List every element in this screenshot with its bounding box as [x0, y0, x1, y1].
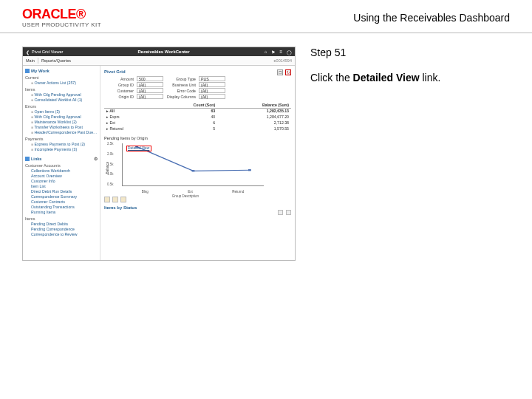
table-row[interactable]: ▸ Exprs401,284,677.20	[104, 114, 291, 120]
filter-value[interactable]: (All)	[137, 88, 163, 93]
sidebar-link-item[interactable]: Correspondence to Review	[31, 232, 98, 236]
filter-value[interactable]: (All)	[137, 94, 163, 99]
instruction-bold: Detailed View	[353, 72, 420, 83]
sidebar-link-item[interactable]: Customer Info	[31, 179, 98, 183]
sidebar-links-header[interactable]: Links ⚙	[25, 156, 98, 161]
sidebar-item[interactable]: Owner Actions List (257)	[31, 81, 98, 85]
app-screenshot: ❮ Pivot Grid Viewer Receivables WorkCent…	[22, 47, 296, 261]
chart-yaxis: 2.5k2.0k1.5k1.0k0.5k	[107, 142, 114, 186]
oracle-logo: ORACLE® USER PRODUCTIVITY KIT	[22, 7, 101, 28]
sidebar-link-item[interactable]: Direct Debit Run Details	[31, 189, 98, 194]
links-icon	[25, 157, 30, 161]
topic-title: Using the Receivables Dashboard	[353, 12, 510, 24]
filter-value[interactable]: PUS	[199, 76, 225, 81]
col-count: Count (Son)	[155, 102, 218, 108]
panel-title: Pivot Grid	[104, 69, 126, 74]
chart-area: Balance 2.5k2.0k1.5k1.0k0.5k BlngExtRetu…	[104, 142, 267, 194]
sidebar-link-group-label: Customer Accounts	[25, 163, 98, 168]
user-id: e0014594	[274, 58, 292, 63]
chart-xtick: Blng	[142, 190, 149, 194]
flag-icon[interactable]: ⚑	[271, 50, 275, 55]
status-gear-icon[interactable]	[278, 210, 283, 215]
sidebar-link-item[interactable]: Running Items	[31, 210, 98, 214]
col-balance: Balance (Sum)	[217, 102, 291, 108]
sidebar-link-item[interactable]: Customer Contracts	[31, 200, 98, 204]
filter-label: Business Unit	[166, 83, 196, 87]
sidebar-item[interactable]: With Ctlg Pending Approval	[31, 115, 98, 119]
sidebar-link-groups: Customer AccountsCollections WorkbenchAc…	[25, 163, 98, 236]
sidebar-item[interactable]: Header/Correspondence Past Due (1)	[31, 130, 98, 134]
screenshot-column: ❮ Pivot Grid Viewer Receivables WorkCent…	[0, 33, 296, 261]
sidebar-item[interactable]: Transfer Worksheets to Post	[31, 125, 98, 129]
refresh-icon[interactable]: ↻	[285, 69, 291, 75]
sidebar-link-item[interactable]: Pending Correspondence	[31, 227, 98, 231]
chart-ytick: 2.5k	[107, 142, 114, 146]
chart-xtick: Ext	[188, 190, 193, 194]
sidebar-group-label: Errors	[25, 104, 98, 109]
filter-grid: Amount500Group TypePUSGroup ID(All)Busin…	[104, 76, 291, 99]
sidebar-item[interactable]: Express Payments to Post (2)	[31, 142, 98, 146]
sidebar-item[interactable]: Open Items (3)	[31, 109, 98, 114]
logo-reg-mark: ®	[76, 7, 86, 21]
tab-reports[interactable]: Reports/Queries	[41, 58, 71, 63]
filter-value[interactable]: (All)	[199, 94, 225, 99]
filter-label: Display Columns	[166, 95, 196, 99]
titlebar-left-label: Pivot Grid Viewer	[32, 50, 63, 54]
filter-value[interactable]: 500	[137, 76, 163, 81]
sidebar-link-item[interactable]: Pending Direct Debits	[31, 222, 98, 226]
chart-ytick: 0.5k	[107, 183, 114, 186]
avatar-icon[interactable]: ◯	[287, 50, 292, 55]
detailed-view-link[interactable]: Detailed View	[128, 146, 149, 150]
upk-header: ORACLE® USER PRODUCTIVITY KIT Using the …	[0, 0, 532, 33]
sidebar-item[interactable]: Incomplete Payments (3)	[31, 147, 98, 151]
tab-main[interactable]: Main	[26, 58, 35, 63]
sidebar-link-item[interactable]: Item List	[31, 184, 98, 188]
filter-value[interactable]: (All)	[199, 88, 225, 93]
summary-table: Count (Son)Balance (Sum) ▸ All631,282,63…	[104, 102, 291, 132]
table-row[interactable]: ▸ All631,282,635.13	[104, 108, 291, 114]
sidebar-item[interactable]: With Ctlg Pending Approval	[31, 92, 98, 97]
filter-value[interactable]: (All)	[137, 82, 163, 87]
popout-icon[interactable]: ☐	[277, 69, 283, 75]
sidebar-link-item[interactable]: Outstanding Transactions	[31, 205, 98, 209]
sidebar-link-item[interactable]: Collections Workbench	[31, 168, 98, 173]
sidebar-link-item[interactable]: Account Overview	[31, 174, 98, 178]
sidebar-group-label: Payments	[25, 137, 98, 141]
logo-subtitle: USER PRODUCTIVITY KIT	[22, 22, 101, 28]
filter-label: Amount	[104, 77, 134, 81]
svg-rect-2	[248, 169, 251, 171]
chart-xlabel-title: Group Description	[104, 194, 267, 198]
sidebar-group-label: Current	[25, 75, 98, 80]
mywork-icon	[25, 69, 30, 73]
home-icon[interactable]: ⌂	[265, 50, 267, 55]
table-row[interactable]: ▸ Ext62,712.38	[104, 120, 291, 126]
sidebar-groups: CurrentOwner Actions List (257)ItemsWith…	[25, 75, 98, 151]
chart-ytick: 1.0k	[107, 172, 114, 176]
sidebar-group-label: Items	[25, 87, 98, 92]
back-icon[interactable]: ❮	[26, 50, 30, 55]
filter-label: Error Code	[166, 89, 196, 93]
sidebar-item[interactable]: Maintenance Worklist (2)	[31, 120, 98, 124]
table-row[interactable]: ▸ Returnd51,570.55	[104, 126, 291, 132]
chart-title-label: Pending Items by Origin	[104, 136, 291, 140]
titlebar-center: Receivables WorkCenter	[137, 50, 189, 54]
chart-xlabels: BlngExtReturnd	[122, 190, 264, 194]
logo-brand: ORACLE	[22, 7, 76, 21]
sidebar-item[interactable]: Consolidated Worklist All (1)	[31, 98, 98, 102]
filter-label: Customer	[104, 89, 134, 93]
status-refresh-icon[interactable]	[286, 210, 291, 215]
status-panel-icons	[104, 210, 291, 215]
content-area: Pivot Grid ☐ ↻ Amount500Group TypePUSGro…	[100, 66, 295, 261]
filter-label: Origin ID	[104, 95, 134, 99]
step-label: Step 51	[310, 47, 510, 58]
links-gear-icon[interactable]: ⚙	[94, 156, 98, 161]
instruction-text: Click the Detailed View link.	[310, 72, 510, 83]
instructions-column: Step 51 Click the Detailed View link.	[296, 33, 532, 261]
chart-ytick: 1.5k	[107, 163, 114, 166]
svg-rect-1	[192, 170, 195, 171]
sidebar-link-item[interactable]: Correspondence Summary	[31, 194, 98, 199]
sidebar-mywork[interactable]: My Work	[25, 69, 98, 73]
menu-icon[interactable]: ≡	[279, 50, 282, 55]
chart-xtick: Returnd	[232, 190, 244, 194]
filter-value[interactable]: (All)	[199, 82, 225, 87]
